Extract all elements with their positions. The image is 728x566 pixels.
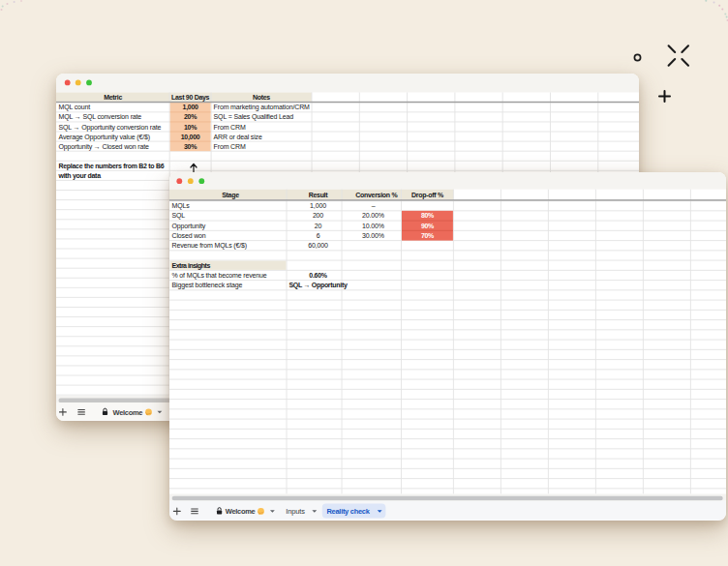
svg-text:Conversion %: Conversion % bbox=[355, 192, 398, 198]
svg-text:30.00%: 30.00% bbox=[362, 232, 384, 239]
svg-text:Drop-off %: Drop-off % bbox=[411, 192, 444, 199]
svg-text:SQL → Opportunity conversion r: SQL → Opportunity conversion rate bbox=[59, 124, 162, 132]
svg-text:Average Opportunity value (€/$: Average Opportunity value (€/$) bbox=[59, 134, 150, 141]
svg-text:Revenue from MQLs (€/$): Revenue from MQLs (€/$) bbox=[172, 242, 247, 250]
svg-text:90%: 90% bbox=[421, 223, 435, 229]
svg-text:0.60%: 0.60% bbox=[309, 272, 327, 279]
svg-text:80%: 80% bbox=[421, 212, 435, 219]
svg-text:Closed won: Closed won bbox=[172, 232, 206, 239]
svg-text:Result: Result bbox=[309, 192, 329, 198]
svg-text:–: – bbox=[372, 202, 376, 209]
svg-text:Reality check: Reality check bbox=[327, 507, 371, 516]
svg-text:60,000: 60,000 bbox=[308, 242, 328, 249]
svg-text:Last 90 Days: Last 90 Days bbox=[171, 94, 210, 102]
svg-text:Notes: Notes bbox=[253, 94, 270, 101]
svg-text:Welcome: Welcome bbox=[113, 408, 143, 417]
svg-text:MQLs: MQLs bbox=[172, 202, 191, 210]
svg-text:MQL → SQL conversion rate: MQL → SQL conversion rate bbox=[59, 113, 142, 121]
svg-text:SQL: SQL bbox=[172, 212, 186, 220]
svg-text:Metric: Metric bbox=[104, 94, 122, 101]
svg-text:200: 200 bbox=[313, 212, 323, 219]
svg-text:Inputs: Inputs bbox=[286, 507, 305, 516]
svg-text:10.00%: 10.00% bbox=[362, 223, 384, 229]
svg-text:SQL → Opportunity: SQL → Opportunity bbox=[288, 282, 348, 289]
svg-text:20%: 20% bbox=[184, 113, 197, 120]
svg-text:30%: 30% bbox=[184, 143, 197, 150]
svg-text:with your data: with your data bbox=[58, 172, 102, 180]
svg-text:Extra insights: Extra insights bbox=[172, 262, 211, 270]
svg-text:From CRM: From CRM bbox=[214, 143, 246, 150]
svg-text:1,000: 1,000 bbox=[310, 202, 326, 209]
svg-text:6: 6 bbox=[317, 232, 320, 239]
svg-text:Biggest bottleneck stage: Biggest bottleneck stage bbox=[172, 282, 243, 289]
svg-text:Opportunity → Closed won rate: Opportunity → Closed won rate bbox=[59, 143, 150, 151]
svg-text:% of MQLs that become revenue: % of MQLs that become revenue bbox=[172, 272, 267, 280]
svg-text:From CRM: From CRM bbox=[214, 124, 246, 131]
svg-text:10%: 10% bbox=[184, 124, 197, 131]
svg-text:ARR or deal size: ARR or deal size bbox=[214, 134, 262, 140]
svg-text:MQL count: MQL count bbox=[59, 104, 91, 111]
svg-text:20.00%: 20.00% bbox=[362, 212, 384, 219]
svg-text:From marketing automation/CRM: From marketing automation/CRM bbox=[214, 104, 310, 111]
svg-text:70%: 70% bbox=[421, 232, 435, 239]
svg-text:SQL = Sales Qualified Lead: SQL = Sales Qualified Lead bbox=[214, 113, 294, 121]
svg-text:1,000: 1,000 bbox=[183, 104, 198, 111]
svg-text:Stage: Stage bbox=[222, 192, 239, 199]
svg-text:Replace the numbers from B2 to: Replace the numbers from B2 to B6 bbox=[59, 163, 165, 170]
svg-text:Welcome: Welcome bbox=[226, 507, 256, 516]
svg-text:20: 20 bbox=[315, 223, 322, 229]
svg-text:Opportunity: Opportunity bbox=[172, 223, 206, 230]
svg-text:10,000: 10,000 bbox=[181, 134, 200, 141]
